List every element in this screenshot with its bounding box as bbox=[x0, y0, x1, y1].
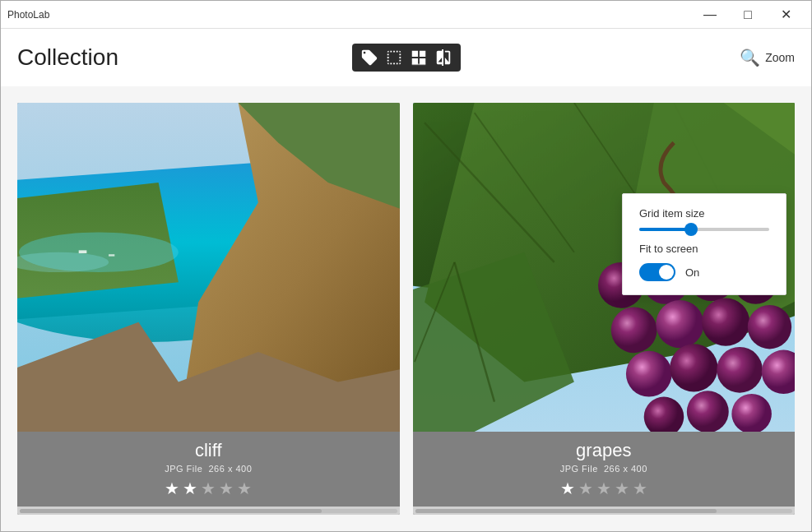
cliff-meta: JPG File 266 x 400 bbox=[26, 464, 392, 474]
star-2[interactable]: ★ bbox=[578, 479, 593, 498]
app-window: PhotoLab — □ ✕ Collection bbox=[0, 0, 812, 532]
slider-thumb[interactable] bbox=[684, 223, 698, 236]
cliff-rating: ★ ★ ★ ★ ★ bbox=[26, 479, 392, 498]
grid-icon[interactable] bbox=[410, 49, 428, 67]
star-2[interactable]: ★ bbox=[183, 479, 197, 498]
cliff-name: cliff bbox=[26, 440, 392, 461]
grapes-meta: JPG File 266 x 400 bbox=[421, 464, 787, 474]
star-5[interactable]: ★ bbox=[633, 479, 647, 498]
svg-point-37 bbox=[686, 391, 728, 432]
zoom-button[interactable]: 🔍 Zoom bbox=[740, 48, 795, 67]
grid-item-size-label: Grid item size bbox=[639, 207, 769, 220]
cliff-scrollbar[interactable] bbox=[17, 507, 400, 515]
svg-point-34 bbox=[717, 347, 763, 393]
svg-rect-10 bbox=[79, 250, 87, 253]
grid-size-slider-container bbox=[639, 228, 769, 231]
app-title: PhotoLab bbox=[7, 9, 49, 21]
grapes-rating: ★ ★ ★ ★ ★ bbox=[421, 479, 787, 498]
header: Collection 🔍 Zoom bbox=[1, 29, 811, 86]
cliff-image bbox=[17, 103, 400, 432]
svg-rect-11 bbox=[109, 254, 114, 256]
star-3[interactable]: ★ bbox=[201, 479, 216, 498]
toolbar bbox=[352, 44, 461, 72]
svg-point-33 bbox=[670, 344, 717, 391]
star-4[interactable]: ★ bbox=[615, 479, 629, 498]
cliff-info: cliff JPG File 266 x 400 ★ ★ ★ ★ ★ bbox=[17, 432, 400, 507]
zoom-icon: 🔍 bbox=[740, 48, 760, 67]
svg-point-29 bbox=[656, 300, 703, 348]
photo-grid: cliff JPG File 266 x 400 ★ ★ ★ ★ ★ bbox=[17, 103, 795, 515]
select-icon[interactable] bbox=[385, 49, 403, 67]
grapes-name: grapes bbox=[421, 440, 787, 461]
svg-point-32 bbox=[625, 351, 671, 397]
svg-point-30 bbox=[702, 298, 749, 346]
compare-icon[interactable] bbox=[434, 49, 452, 67]
zoom-label: Zoom bbox=[765, 51, 795, 64]
star-4[interactable]: ★ bbox=[219, 479, 234, 498]
toggle-knob bbox=[659, 265, 674, 280]
fit-to-screen-label: Fit to screen bbox=[639, 243, 769, 255]
grapes-scrollbar-thumb bbox=[415, 509, 717, 513]
star-1[interactable]: ★ bbox=[560, 479, 575, 498]
svg-point-31 bbox=[747, 305, 791, 349]
titlebar: PhotoLab — □ ✕ bbox=[1, 1, 811, 29]
main-content: cliff JPG File 266 x 400 ★ ★ ★ ★ ★ bbox=[1, 86, 811, 531]
page-title: Collection bbox=[17, 44, 118, 71]
svg-rect-0 bbox=[411, 63, 425, 65]
grapes-info: grapes JPG File 266 x 400 ★ ★ ★ ★ ★ bbox=[413, 432, 796, 507]
slider-fill bbox=[639, 228, 691, 231]
minimize-button[interactable]: — bbox=[691, 2, 729, 27]
toggle-state-label: On bbox=[685, 266, 699, 279]
star-5[interactable]: ★ bbox=[237, 479, 252, 498]
photo-card-cliff[interactable]: cliff JPG File 266 x 400 ★ ★ ★ ★ ★ bbox=[17, 103, 400, 515]
cliff-scrollbar-thumb bbox=[20, 509, 322, 513]
grapes-scrollbar[interactable] bbox=[413, 507, 796, 515]
photo-card-grapes[interactable]: grapes JPG File 266 x 400 ★ ★ ★ ★ ★ bbox=[413, 103, 796, 515]
close-button[interactable]: ✕ bbox=[767, 2, 805, 27]
tag-icon[interactable] bbox=[360, 49, 378, 67]
star-3[interactable]: ★ bbox=[596, 479, 611, 498]
window-controls: — □ ✕ bbox=[691, 2, 805, 27]
svg-point-28 bbox=[610, 307, 657, 353]
fit-to-screen-toggle[interactable] bbox=[639, 263, 675, 281]
zoom-popup: Grid item size Fit to screen On bbox=[622, 193, 786, 295]
star-1[interactable]: ★ bbox=[165, 479, 179, 498]
cliff-image-area bbox=[17, 103, 400, 432]
grapes-scrollbar-track bbox=[415, 509, 793, 513]
fit-to-screen-row: On bbox=[639, 263, 769, 281]
slider-track bbox=[639, 228, 769, 231]
cliff-scrollbar-track bbox=[20, 509, 397, 513]
maximize-button[interactable]: □ bbox=[729, 2, 767, 27]
